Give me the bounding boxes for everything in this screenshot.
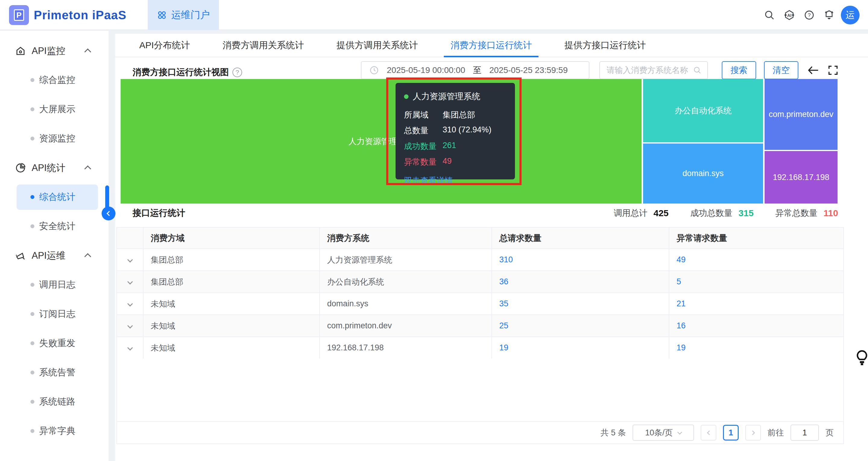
sidebar-group-api-ops[interactable]: API运维 — [0, 241, 108, 270]
bullet-icon — [30, 78, 34, 82]
sidebar-group-api-monitor[interactable]: API监控 — [0, 36, 108, 65]
error-requests-link[interactable]: 21 — [677, 299, 686, 308]
back-arrow-button[interactable] — [806, 63, 821, 78]
tooltip-value: 310 (72.94%) — [443, 125, 491, 136]
sidebar-group-label: API运维 — [32, 249, 65, 262]
expand-row-icon[interactable] — [127, 279, 133, 284]
bullet-icon — [30, 195, 34, 199]
bullet-icon — [30, 224, 34, 228]
help-circle-icon[interactable]: ? — [232, 67, 242, 77]
notification-bell-icon[interactable] — [819, 5, 839, 25]
header-icons: AI ? 运 — [760, 0, 868, 30]
help-icon[interactable]: ? — [799, 5, 819, 25]
cell-consumer-system: 办公自动化系统 — [320, 271, 492, 293]
series-dot-icon — [404, 94, 408, 99]
tooltip-detail-link[interactable]: 双击查看详情 — [404, 175, 506, 186]
error-requests-link[interactable]: 5 — [677, 277, 681, 286]
sidebar: API监控 综合监控 大屏展示 资源监控 API统计 — [0, 31, 108, 461]
clock-icon — [369, 65, 379, 75]
col-consumer-domain: 消费方域 — [144, 228, 320, 248]
error-requests-link[interactable]: 16 — [677, 321, 686, 331]
portal-tab[interactable]: 运维门户 — [148, 0, 219, 30]
search-button[interactable]: 搜索 — [722, 61, 756, 79]
clear-button[interactable]: 清空 — [764, 61, 798, 79]
sidebar-item-system-alerts[interactable]: 系统告警 — [0, 358, 108, 387]
screen: P Primeton iPaaS 运维门户 AI — [0, 0, 868, 461]
sidebar-item-stats-overview[interactable]: 综合统计 — [0, 182, 108, 212]
brand-title: Primeton iPaaS — [34, 0, 126, 30]
total-requests-link[interactable]: 35 — [499, 299, 508, 308]
fullscreen-icon[interactable] — [826, 63, 841, 78]
total-requests-link[interactable]: 36 — [499, 277, 508, 286]
sidebar-item-exception-dict[interactable]: 异常字典 — [0, 417, 108, 445]
date-range-picker[interactable]: 2025-05-19 00:00:00 至 2025-05-25 23:59:5… — [361, 61, 589, 79]
bullet-icon — [30, 371, 34, 374]
sidebar-item-big-screen[interactable]: 大屏展示 — [0, 95, 108, 124]
tab-consumer-call-relation[interactable]: 消费方调用关系统计 — [216, 34, 311, 57]
goto-page-input[interactable]: 1 — [790, 425, 819, 441]
stat-error-value: 110 — [824, 208, 838, 218]
sidebar-item-subscription-logs[interactable]: 订阅日志 — [0, 299, 108, 329]
sidebar-group-api-stats[interactable]: API统计 — [0, 153, 108, 182]
svg-text:?: ? — [808, 12, 811, 18]
sidebar-item-system-links[interactable]: 系统链路 — [0, 387, 108, 417]
current-page-button[interactable]: 1 — [723, 425, 739, 440]
sidebar-item-label: 安全统计 — [39, 220, 75, 233]
expand-row-icon[interactable] — [127, 301, 133, 306]
total-requests-link[interactable]: 310 — [499, 255, 513, 265]
search-input[interactable] — [607, 66, 693, 75]
tooltip-value: 集团总部 — [443, 110, 475, 120]
tab-provider-call-relation[interactable]: 提供方调用关系统计 — [330, 34, 425, 57]
sidebar-item-label: 系统告警 — [39, 366, 75, 379]
sidebar-item-resource-monitor[interactable]: 资源监控 — [0, 124, 108, 153]
tooltip-value-error: 49 — [443, 156, 452, 167]
expand-row-icon[interactable] — [127, 345, 133, 350]
sidebar-item-retry-failed[interactable]: 失败重发 — [0, 329, 108, 358]
treemap-tooltip: 人力资源管理系统 所属域集团总部 总数量310 (72.94%) 成功数量261… — [396, 83, 515, 179]
goto-unit-label: 页 — [826, 427, 834, 438]
treemap-node-office-system[interactable]: 办公自动化系统 — [643, 79, 763, 142]
next-page-button[interactable] — [745, 425, 761, 440]
total-requests-link[interactable]: 25 — [499, 321, 508, 331]
sidebar-item-security-stats[interactable]: 安全统计 — [0, 212, 108, 241]
sidebar-item-call-logs[interactable]: 调用日志 — [0, 270, 108, 299]
tab-provider-api-run-stats[interactable]: 提供方接口运行统计 — [558, 34, 652, 57]
search-icon[interactable] — [760, 5, 779, 25]
chevron-down-icon — [678, 430, 682, 434]
table-section-title: 接口运行统计 — [133, 205, 185, 221]
logo-letter: P — [14, 9, 24, 21]
col-total-requests: 总请求数量 — [492, 228, 669, 248]
sidebar-item-label: 订阅日志 — [39, 308, 75, 320]
error-requests-link[interactable]: 49 — [677, 255, 686, 265]
date-separator: 至 — [473, 64, 482, 76]
user-avatar[interactable]: 运 — [841, 6, 860, 24]
treemap-node-domain-sys[interactable]: domain.sys — [643, 144, 763, 204]
magnifier-icon — [693, 66, 702, 75]
lightbulb-tip-icon[interactable] — [855, 349, 868, 366]
tooltip-value-success: 261 — [443, 141, 456, 152]
expand-row-icon[interactable] — [127, 257, 133, 262]
page-size-select[interactable]: 10条/页 — [632, 425, 694, 441]
pie-chart-icon — [14, 162, 27, 174]
error-requests-link[interactable]: 19 — [677, 343, 686, 352]
prev-page-button[interactable] — [701, 425, 716, 440]
total-requests-link[interactable]: 19 — [499, 343, 508, 352]
sidebar-item-monitor-overview[interactable]: 综合监控 — [0, 65, 108, 95]
treemap-node-primeton-dev[interactable]: com.primeton.dev — [765, 79, 838, 150]
tab-api-distribution[interactable]: API分布统计 — [133, 34, 196, 57]
treemap-node-hr-system[interactable]: 人力资源管理系统 — [121, 79, 642, 204]
bullet-icon — [30, 429, 34, 433]
col-consumer-system: 消费方系统 — [320, 228, 492, 248]
sidebar-collapse-button[interactable] — [102, 207, 116, 220]
treemap-node-ip-address[interactable]: 192.168.17.198 — [765, 151, 838, 204]
sidebar-item-label: 综合统计 — [39, 191, 75, 203]
ai-assistant-icon[interactable]: AI — [779, 5, 799, 25]
tab-consumer-api-run-stats[interactable]: 消费方接口运行统计 — [444, 34, 538, 57]
tooltip-label: 总数量 — [404, 125, 443, 136]
tooltip-label-error: 异常数量 — [404, 156, 443, 167]
cell-consumer-domain: 未知域 — [144, 293, 320, 314]
stat-total-value: 425 — [653, 208, 669, 218]
expand-row-icon[interactable] — [127, 323, 133, 328]
bullet-icon — [30, 107, 34, 111]
bullet-icon — [30, 283, 34, 287]
